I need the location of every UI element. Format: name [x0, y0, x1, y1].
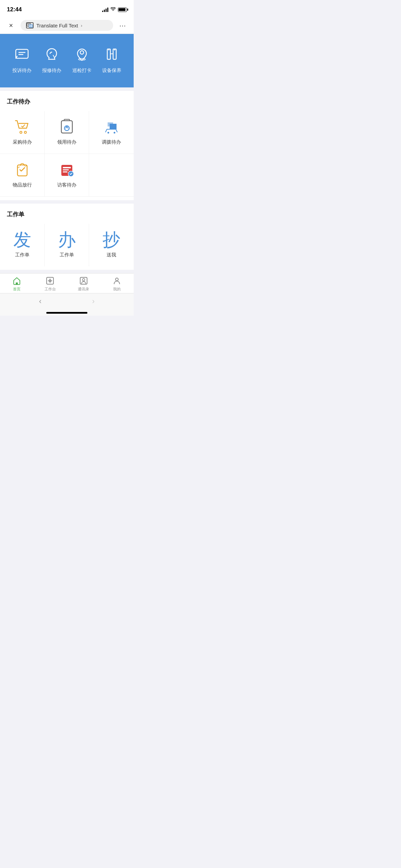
- nav-contacts-label: 通讯录: [78, 287, 89, 292]
- claim-icon: [58, 118, 76, 136]
- svg-rect-8: [114, 49, 115, 50]
- svg-point-29: [82, 279, 85, 281]
- transfer-label: 调拨待办: [102, 139, 121, 145]
- contacts-nav-icon: [79, 276, 88, 285]
- patrol-icon: [72, 44, 92, 64]
- visitor-icon: [58, 161, 76, 179]
- repair-icon: [42, 44, 62, 64]
- status-time: 12:44: [7, 6, 22, 13]
- more-button[interactable]: ···: [117, 22, 128, 29]
- work-order-section: 工作单 发 工作单 办 工作单 抄 送我: [0, 204, 134, 270]
- svg-point-27: [50, 280, 51, 281]
- work-order-title: 工作单: [0, 210, 134, 224]
- work-todo-title: 工作待办: [0, 98, 134, 111]
- workbench-nav-icon: [46, 276, 54, 285]
- complaint-label: 投诉待办: [12, 68, 32, 74]
- home-indicator: [0, 309, 134, 316]
- address-chevron: ›: [81, 23, 82, 28]
- handle-label: 工作单: [60, 252, 74, 258]
- complaint-item[interactable]: 投诉待办: [12, 44, 32, 74]
- maintenance-item[interactable]: 设备保养: [102, 44, 122, 74]
- claim-item[interactable]: 领用待办: [45, 111, 89, 154]
- copy-char: 抄: [102, 231, 120, 249]
- nav-mine[interactable]: 我的: [100, 276, 134, 292]
- status-bar: 12:44: [0, 0, 134, 17]
- purchase-label: 采购待办: [13, 139, 32, 145]
- svg-point-4: [78, 59, 85, 60]
- complaint-icon: [12, 44, 32, 64]
- visitor-label: 访客待办: [57, 182, 76, 188]
- copy-label: 送我: [107, 252, 116, 258]
- purchase-icon: [13, 118, 31, 136]
- mine-nav-icon: [112, 276, 121, 285]
- svg-rect-5: [107, 49, 110, 59]
- svg-point-3: [80, 51, 84, 54]
- nav-home-label: 首页: [13, 287, 21, 292]
- work-todo-section: 工作待办 采购待办: [0, 91, 134, 200]
- nav-workbench[interactable]: 工作台: [34, 276, 67, 292]
- home-bar: [46, 312, 87, 314]
- send-char: 发: [13, 231, 31, 249]
- visitor-item[interactable]: 访客待办: [45, 154, 89, 197]
- nav-home[interactable]: 首页: [0, 276, 34, 292]
- svg-rect-21: [63, 169, 69, 170]
- translate-label: Translate Full Text: [36, 23, 78, 28]
- svg-rect-6: [108, 49, 109, 50]
- nav-contacts[interactable]: 通讯录: [67, 276, 100, 292]
- maintenance-icon: [102, 44, 122, 64]
- send-work-order[interactable]: 发 工作单: [0, 224, 45, 266]
- claim-label: 领用待办: [57, 139, 76, 145]
- quick-icons: 投诉待办 报修待办 巡检打卡: [0, 41, 134, 77]
- nav-workbench-label: 工作台: [45, 287, 56, 292]
- patrol-label: 巡检打卡: [72, 68, 92, 74]
- signal-icon: [102, 7, 109, 12]
- nav-mine-label: 我的: [113, 287, 121, 292]
- repair-label: 报修待办: [42, 68, 61, 74]
- svg-rect-22: [63, 171, 68, 172]
- home-nav-icon: [12, 276, 21, 285]
- close-button[interactable]: ×: [5, 20, 16, 31]
- work-order-grid: 发 工作单 办 工作单 抄 送我: [0, 224, 134, 266]
- svg-point-13: [66, 126, 68, 128]
- browser-bar: × Translate Full Text › ···: [0, 17, 134, 34]
- wifi-icon: [110, 7, 116, 12]
- status-icons: [102, 7, 127, 12]
- blue-header: 投诉待办 报修待办 巡检打卡: [0, 34, 134, 87]
- svg-point-17: [114, 132, 116, 134]
- svg-rect-24: [16, 282, 18, 285]
- maintenance-label: 设备保养: [102, 68, 121, 74]
- svg-rect-2: [16, 49, 28, 58]
- battery-icon: [118, 8, 127, 12]
- svg-rect-20: [63, 167, 71, 168]
- handle-work-order[interactable]: 办 工作单: [45, 224, 89, 266]
- svg-point-10: [24, 131, 26, 133]
- copy-work-order[interactable]: 抄 送我: [89, 224, 134, 266]
- send-label: 工作单: [15, 252, 29, 258]
- handle-char: 办: [58, 231, 76, 249]
- address-bar[interactable]: Translate Full Text ›: [21, 20, 113, 31]
- purchase-item[interactable]: 采购待办: [0, 111, 45, 154]
- release-item[interactable]: 物品放行: [0, 154, 45, 197]
- svg-point-30: [116, 278, 118, 281]
- forward-button[interactable]: ›: [87, 297, 100, 306]
- empty-cell: [89, 154, 134, 197]
- transfer-icon: [102, 118, 120, 136]
- svg-point-9: [20, 131, 22, 133]
- svg-point-16: [108, 132, 109, 134]
- repair-item[interactable]: 报修待办: [42, 44, 62, 74]
- svg-rect-7: [113, 49, 116, 59]
- bottom-nav: 首页 工作台 通讯录 我的: [0, 273, 134, 293]
- svg-rect-15: [108, 122, 113, 126]
- transfer-item[interactable]: 调拨待办: [89, 111, 134, 154]
- release-label: 物品放行: [13, 182, 32, 188]
- browser-nav: ‹ ›: [0, 293, 134, 309]
- patrol-item[interactable]: 巡检打卡: [72, 44, 92, 74]
- back-button[interactable]: ‹: [34, 297, 47, 306]
- work-todo-grid: 采购待办 领用待办: [0, 111, 134, 197]
- translate-icon: [26, 22, 34, 28]
- release-icon: [13, 161, 31, 179]
